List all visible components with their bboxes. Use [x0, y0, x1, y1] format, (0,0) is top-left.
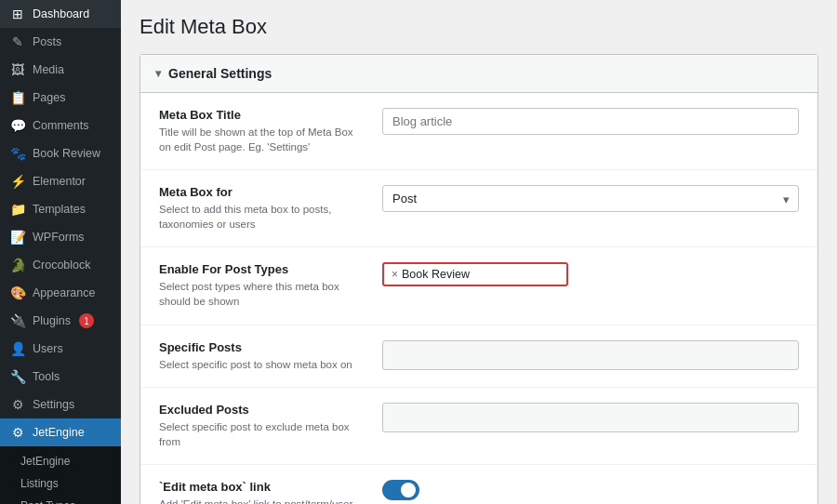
edit-meta-box-link-toggle[interactable]	[382, 480, 419, 500]
main-content: Edit Meta Box ▾ General Settings Meta Bo…	[121, 0, 837, 504]
sidebar-item-label: Crocoblock	[33, 259, 91, 272]
sidebar: ⊞ Dashboard ✎ Posts 🖼 Media 📋 Pages 💬 Co…	[0, 0, 121, 504]
book-review-icon: 🐾	[9, 146, 26, 161]
field-label-excluded-posts: Excluded Posts Select specific post to e…	[159, 403, 364, 449]
plugins-badge: 1	[79, 313, 94, 328]
settings-icon: ⚙	[9, 397, 26, 412]
label-desc: Select post types where this meta box sh…	[159, 279, 364, 309]
chevron-down-icon: ▾	[155, 67, 161, 80]
field-label-specific-posts: Specific Posts Select specific post to s…	[159, 340, 364, 372]
label-desc: Select to add this meta box to posts, ta…	[159, 202, 364, 232]
plugins-icon: 🔌	[9, 313, 26, 328]
specific-posts-input[interactable]	[382, 340, 799, 370]
toggle-wrapper	[382, 480, 799, 500]
section-title: General Settings	[168, 66, 272, 81]
templates-icon: 📁	[9, 202, 26, 217]
sidebar-item-comments[interactable]: 💬 Comments	[0, 112, 121, 139]
label-desc: Add 'Edit meta box' link to post/term/us…	[159, 497, 364, 504]
toggle-slider	[382, 480, 419, 500]
tag-remove-book-review[interactable]: ×	[392, 269, 398, 280]
label-title: Enable For Post Types	[159, 262, 364, 276]
sidebar-item-label: Book Review	[33, 147, 100, 160]
sidebar-item-label: Pages	[33, 91, 65, 104]
field-control-meta-box-for: Post Taxonomy User	[382, 185, 799, 212]
sidebar-item-crocoblock[interactable]: 🐊 Crocoblock	[0, 251, 121, 279]
sub-item-label: Post Types	[20, 499, 75, 504]
label-title: Meta Box Title	[159, 108, 364, 122]
label-title: Specific Posts	[159, 340, 364, 354]
general-settings-section: ▾ General Settings Meta Box Title Title …	[140, 54, 818, 504]
label-desc: Select specific post to exclude meta box…	[159, 419, 364, 449]
sidebar-sub-item-post-types[interactable]: Post Types	[0, 495, 121, 504]
sidebar-item-tools[interactable]: 🔧 Tools	[0, 363, 121, 391]
sidebar-item-label: JetEngine	[33, 426, 85, 439]
sidebar-item-label: Settings	[33, 398, 74, 411]
label-desc: Title will be shown at the top of Meta B…	[159, 125, 364, 154]
sidebar-sub-item-jetengine[interactable]: JetEngine	[0, 450, 121, 472]
dashboard-icon: ⊞	[9, 7, 26, 21]
sidebar-item-book-review[interactable]: 🐾 Book Review	[0, 139, 121, 167]
sub-item-label: JetEngine	[20, 455, 70, 468]
field-control-specific-posts	[382, 340, 799, 370]
sidebar-item-label: Media	[33, 63, 64, 76]
label-title: Excluded Posts	[159, 403, 364, 417]
posts-icon: ✎	[9, 34, 26, 49]
sidebar-item-label: Elementor	[33, 175, 86, 188]
field-control-toggle	[382, 480, 799, 500]
label-title: `Edit meta box` link	[159, 480, 364, 494]
label-desc: Select specific post to show meta box on	[159, 357, 364, 372]
sidebar-item-pages[interactable]: 📋 Pages	[0, 84, 121, 112]
sidebar-item-posts[interactable]: ✎ Posts	[0, 28, 121, 56]
tag-label-book-review: Book Review	[402, 268, 470, 281]
sidebar-item-label: Plugins	[33, 314, 71, 327]
meta-box-for-select-wrapper: Post Taxonomy User	[382, 185, 799, 212]
tools-icon: 🔧	[9, 369, 26, 384]
sidebar-item-label: Posts	[33, 35, 61, 48]
field-excluded-posts: Excluded Posts Select specific post to e…	[140, 388, 817, 465]
post-types-tag-input[interactable]: × Book Review	[382, 262, 568, 286]
sidebar-item-label: Tools	[33, 370, 60, 383]
pages-icon: 📋	[9, 90, 26, 105]
sidebar-item-wpforms[interactable]: 📝 WPForms	[0, 223, 121, 251]
field-specific-posts: Specific Posts Select specific post to s…	[140, 325, 817, 388]
sidebar-item-label: Dashboard	[33, 7, 89, 20]
field-label-meta-box-title: Meta Box Title Title will be shown at th…	[159, 108, 364, 154]
sidebar-item-label: Appearance	[33, 286, 95, 299]
sidebar-sub-section: JetEngine Listings Post Types	[0, 446, 121, 504]
label-title: Meta Box for	[159, 185, 364, 199]
field-control-post-types: × Book Review	[382, 262, 799, 286]
sidebar-item-jetengine[interactable]: ⚙ JetEngine	[0, 418, 121, 446]
sidebar-item-settings[interactable]: ⚙ Settings	[0, 391, 121, 418]
sidebar-sub-item-listings[interactable]: Listings	[0, 472, 121, 495]
sidebar-item-templates[interactable]: 📁 Templates	[0, 195, 121, 223]
sidebar-item-plugins[interactable]: 🔌 Plugins 1	[0, 307, 121, 335]
section-header-general[interactable]: ▾ General Settings	[140, 55, 817, 93]
field-meta-box-for: Meta Box for Select to add this meta box…	[140, 170, 817, 247]
meta-box-for-select[interactable]: Post Taxonomy User	[382, 185, 799, 212]
sidebar-item-users[interactable]: 👤 Users	[0, 335, 121, 363]
sidebar-item-label: Users	[33, 342, 63, 355]
field-label-edit-meta-box-link: `Edit meta box` link Add 'Edit meta box'…	[159, 480, 364, 504]
meta-box-title-input[interactable]	[382, 108, 799, 135]
jetengine-icon: ⚙	[9, 425, 26, 440]
field-label-enable-for-post-types: Enable For Post Types Select post types …	[159, 262, 364, 309]
crocoblock-icon: 🐊	[9, 258, 26, 272]
tag-chip-book-review: × Book Review	[392, 268, 470, 281]
field-label-meta-box-for: Meta Box for Select to add this meta box…	[159, 185, 364, 232]
sidebar-item-elementor[interactable]: ⚡ Elementor	[0, 167, 121, 195]
excluded-posts-input[interactable]	[382, 403, 799, 432]
sidebar-item-label: Templates	[33, 203, 86, 216]
wpforms-icon: 📝	[9, 230, 26, 245]
users-icon: 👤	[9, 341, 26, 356]
media-icon: 🖼	[9, 62, 26, 77]
sidebar-item-label: WPForms	[33, 231, 85, 244]
sidebar-item-appearance[interactable]: 🎨 Appearance	[0, 279, 121, 307]
sidebar-item-media[interactable]: 🖼 Media	[0, 56, 121, 84]
sidebar-item-dashboard[interactable]: ⊞ Dashboard	[0, 0, 121, 28]
sidebar-item-label: Comments	[33, 119, 88, 132]
sub-item-label: Listings	[20, 477, 59, 490]
field-enable-for-post-types: Enable For Post Types Select post types …	[140, 247, 817, 325]
field-control-meta-box-title	[382, 108, 799, 135]
elementor-icon: ⚡	[9, 174, 26, 189]
field-edit-meta-box-link: `Edit meta box` link Add 'Edit meta box'…	[140, 465, 817, 504]
